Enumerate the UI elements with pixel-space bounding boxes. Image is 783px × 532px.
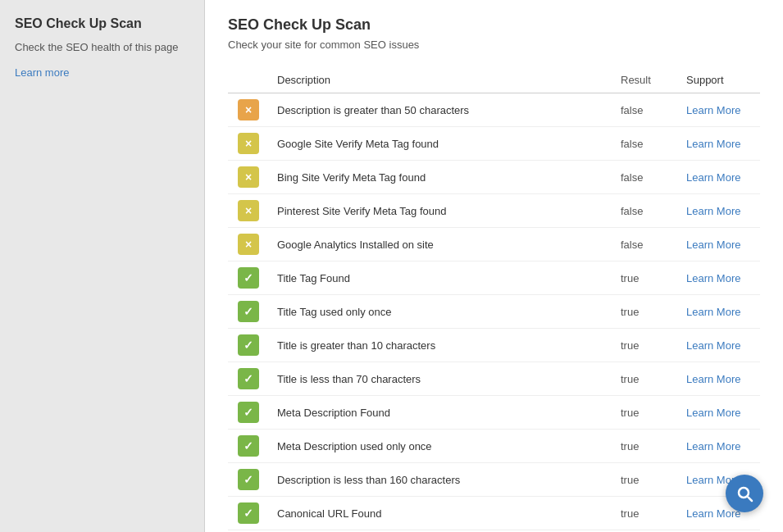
row-description: Canonical URL Found [269,497,612,530]
table-row: ×Bing Site Verify Meta Tag foundfalseLea… [228,161,760,194]
status-badge: ✓ [238,469,259,490]
row-result: true [612,261,678,295]
row-description: Meta Description Found [269,396,612,430]
row-icon-cell: × [228,93,269,127]
table-row: ✓Title Tag FoundtrueLearn More [228,261,760,295]
row-icon-cell: ✓ [228,329,269,362]
status-badge: × [238,234,259,255]
row-description: Google Analytics Installed on site [269,228,612,261]
row-description: Title Tag used only once [269,295,612,329]
sidebar: SEO Check Up Scan Check the SEO health o… [0,0,205,532]
learn-more-link[interactable]: Learn More [686,104,740,116]
row-support: Learn More [678,194,760,228]
table-row: ✓Meta Description FoundtrueLearn More [228,396,760,430]
row-icon-cell: ✓ [228,463,269,497]
row-result: true [612,362,678,396]
row-result: true [612,329,678,362]
search-icon [735,484,754,503]
row-description: Pinterest Site Verify Meta Tag found [269,194,612,228]
row-description: Meta Description used only once [269,430,612,463]
table-row: ✓Title Tag used only oncetrueLearn More [228,295,760,329]
row-description: Title is greater than 10 characters [269,329,612,362]
sidebar-title: SEO Check Up Scan [15,16,189,31]
table-row: ×Pinterest Site Verify Meta Tag foundfal… [228,194,760,228]
row-icon-cell: × [228,194,269,228]
status-badge: × [238,133,259,154]
table-row: ×Description is greater than 50 characte… [228,93,760,127]
status-badge: ✓ [238,435,259,457]
row-icon-cell: ✓ [228,362,269,396]
learn-more-link[interactable]: Learn More [686,306,740,318]
row-result: false [612,127,678,161]
page-subtitle: Check your site for common SEO issues [228,39,760,51]
row-support: Learn More [678,329,760,362]
learn-more-link[interactable]: Learn More [686,440,740,452]
status-badge: ✓ [238,402,259,423]
row-description: Bing Site Verify Meta Tag found [269,161,612,194]
status-badge: × [238,99,259,120]
learn-more-link[interactable]: Learn More [686,239,740,251]
row-icon-cell: ✓ [228,430,269,463]
row-description: Description is less than 160 characters [269,463,612,497]
row-result: false [612,161,678,194]
row-support: Learn More [678,261,760,295]
status-badge: ✓ [238,502,259,524]
row-result: false [612,194,678,228]
col-header-icon [228,67,269,93]
learn-more-link[interactable]: Learn More [686,373,740,385]
row-support: Learn More [678,161,760,194]
table-row: ×Google Site Verify Meta Tag foundfalseL… [228,127,760,161]
learn-more-link[interactable]: Learn More [686,407,740,419]
row-result: true [612,463,678,497]
seo-results-table: Description Result Support ×Description … [228,67,760,532]
row-icon-cell: ✓ [228,497,269,530]
col-header-support: Support [678,67,760,93]
row-result: false [612,228,678,261]
table-row: ✓Title is less than 70 characterstrueLea… [228,362,760,396]
status-badge: ✓ [238,267,259,289]
row-support: Learn More [678,93,760,127]
row-result: true [612,497,678,530]
row-support: Learn More [678,396,760,430]
status-badge: × [238,200,259,221]
col-header-result: Result [612,67,678,93]
row-support: Learn More [678,362,760,396]
table-row: ✓Meta Description used only oncetrueLear… [228,430,760,463]
row-result: true [612,430,678,463]
row-result: true [612,295,678,329]
page-title: SEO Check Up Scan [228,16,760,34]
table-row: ×Google Analytics Installed on sitefalse… [228,228,760,261]
learn-more-link[interactable]: Learn More [686,138,740,150]
row-support: Learn More [678,295,760,329]
learn-more-link[interactable]: Learn More [686,272,740,284]
status-badge: ✓ [238,301,259,322]
row-icon-cell: × [228,161,269,194]
row-support: Learn More [678,430,760,463]
main-content: SEO Check Up Scan Check your site for co… [205,0,783,532]
row-icon-cell: ✓ [228,396,269,430]
row-support: Learn More [678,228,760,261]
table-row: ✓Title is greater than 10 characterstrue… [228,329,760,362]
col-header-description: Description [269,67,612,93]
row-result: true [612,396,678,430]
row-description: Description is greater than 50 character… [269,93,612,127]
table-row: ✓Description is less than 160 characters… [228,463,760,497]
sidebar-description: Check the SEO health of this page [15,39,189,56]
learn-more-link[interactable]: Learn More [686,339,740,352]
sidebar-learn-more-link[interactable]: Learn more [15,66,69,79]
row-result: false [612,93,678,127]
row-icon-cell: ✓ [228,295,269,329]
learn-more-link[interactable]: Learn More [686,507,740,520]
search-fab[interactable] [726,475,763,512]
learn-more-link[interactable]: Learn More [686,171,740,184]
row-icon-cell: × [228,228,269,261]
row-support: Learn More [678,127,760,161]
row-icon-cell: × [228,127,269,161]
table-row: ✓Canonical URL FoundtrueLearn More [228,497,760,530]
row-description: Google Site Verify Meta Tag found [269,127,612,161]
learn-more-link[interactable]: Learn More [686,205,740,217]
status-badge: ✓ [238,334,259,356]
row-description: Title is less than 70 characters [269,362,612,396]
row-icon-cell: ✓ [228,261,269,295]
status-badge: × [238,166,259,188]
